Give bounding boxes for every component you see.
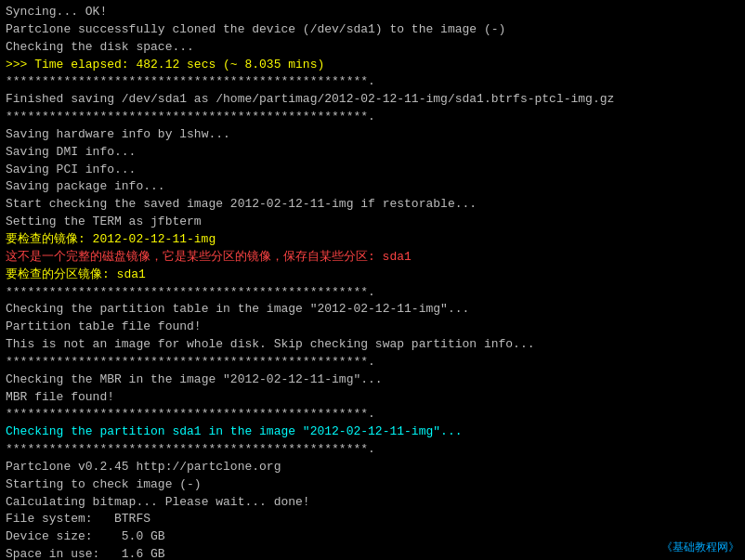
line-2: Partclone successfully cloned the device… — [6, 21, 739, 39]
line-22: Checking the MBR in the image "2012-02-1… — [6, 371, 739, 389]
line-31: Device size: 5.0 GB — [6, 528, 739, 546]
line-27: Partclone v0.2.45 http://partclone.org — [6, 459, 739, 476]
line-14: 要检查的镜像: 2012-02-12-11-img — [6, 231, 739, 249]
line-5: ****************************************… — [6, 73, 739, 91]
line-18: Checking the partition table in the imag… — [6, 301, 739, 319]
line-13: Setting the TERM as jfbterm — [6, 214, 739, 231]
line-25: Checking the partition sda1 in the image… — [6, 423, 739, 441]
line-6: Finished saving /dev/sda1 as /home/parti… — [6, 91, 739, 109]
terminal-window: Syncing... OK! Partclone successfully cl… — [0, 0, 745, 560]
line-29: Calculating bitmap... Please wait... don… — [6, 494, 739, 512]
line-1: Syncing... OK! — [6, 4, 739, 21]
line-12: Start checking the saved image 2012-02-1… — [6, 196, 739, 214]
line-21: ****************************************… — [6, 354, 739, 371]
line-4: >>> Time elapsed: 482.12 secs (~ 8.035 m… — [6, 57, 739, 74]
line-28: Starting to check image (-) — [6, 476, 739, 494]
line-16: 要检查的分区镜像: sda1 — [6, 267, 739, 284]
line-20: This is not an image for whole disk. Ski… — [6, 336, 739, 354]
line-24: ****************************************… — [6, 406, 739, 423]
line-9: Saving DMI info... — [6, 144, 739, 162]
line-26: ****************************************… — [6, 441, 739, 459]
line-30: File system: BTRFS — [6, 511, 739, 528]
line-15: 这不是一个完整的磁盘镜像，它是某些分区的镜像，保存自某些分区: sda1 — [6, 249, 739, 267]
line-8: Saving hardware info by lshw... — [6, 126, 739, 144]
line-10: Saving PCI info... — [6, 162, 739, 179]
line-17: ****************************************… — [6, 284, 739, 302]
line-3: Checking the disk space... — [6, 39, 739, 57]
line-23: MBR file found! — [6, 389, 739, 407]
line-11: Saving package info... — [6, 178, 739, 196]
line-32: Space in use: 1.6 GB — [6, 546, 739, 560]
watermark: 《基础教程网》 — [661, 540, 739, 556]
line-19: Partition table file found! — [6, 319, 739, 336]
line-7: ****************************************… — [6, 109, 739, 126]
